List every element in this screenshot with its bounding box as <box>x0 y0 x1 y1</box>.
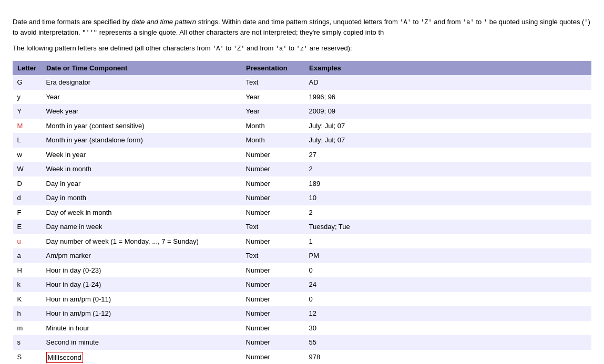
cell-examples: 0 <box>305 292 591 307</box>
cell-examples: July; Jul; 07 <box>305 133 591 148</box>
cell-component: Month in year (context sensitive) <box>42 119 242 133</box>
cell-component: Day in year <box>42 176 242 191</box>
cell-component: Year <box>42 90 242 105</box>
cell-component: Era designator <box>42 75 242 90</box>
cell-component: Millisecond <box>42 350 242 365</box>
cell-letter: K <box>13 292 42 307</box>
table-row: MMonth in year (context sensitive)MonthJ… <box>13 119 591 133</box>
cell-presentation: Number <box>242 306 305 321</box>
table-row: dDay in monthNumber10 <box>13 191 591 205</box>
cell-presentation: Number <box>242 148 305 162</box>
cell-component: Month in year (standalone form) <box>42 133 242 148</box>
highlighted-text: Millisecond <box>46 352 83 363</box>
cell-presentation: Number <box>242 263 305 278</box>
cell-presentation: Number <box>242 162 305 176</box>
cell-examples: 30 <box>305 321 591 336</box>
table-row: sSecond in minuteNumber55 <box>13 335 591 350</box>
patterns-table: Letter Date or Time Component Presentati… <box>13 61 591 364</box>
cell-examples: 189 <box>305 176 591 191</box>
cell-examples: 0 <box>305 263 591 278</box>
cell-examples: PM <box>305 248 591 263</box>
cell-presentation: Number <box>242 350 305 365</box>
cell-examples: 10 <box>305 191 591 205</box>
cell-letter: k <box>13 277 42 292</box>
cell-presentation: Number <box>242 292 305 307</box>
cell-letter: H <box>13 263 42 278</box>
cell-presentation: Text <box>242 220 305 234</box>
cell-examples: 55 <box>305 335 591 350</box>
cell-letter: L <box>13 133 42 148</box>
cell-letter: Y <box>13 104 42 119</box>
table-row: LMonth in year (standalone form)MonthJul… <box>13 133 591 148</box>
table-row: DDay in yearNumber189 <box>13 176 591 191</box>
table-row: wWeek in yearNumber27 <box>13 148 591 162</box>
table-row: GEra designatorTextAD <box>13 75 591 90</box>
cell-component: Hour in day (1-24) <box>42 277 242 292</box>
cell-examples: 12 <box>305 306 591 321</box>
cell-letter: u <box>13 234 42 249</box>
cell-letter: d <box>13 191 42 205</box>
col-header-component: Date or Time Component <box>42 61 242 75</box>
cell-letter: D <box>13 176 42 191</box>
cell-letter: W <box>13 162 42 176</box>
cell-component: Day name in week <box>42 220 242 234</box>
cell-component: Hour in am/pm (1-12) <box>42 306 242 321</box>
cell-component: Minute in hour <box>42 321 242 336</box>
cell-presentation: Text <box>242 248 305 263</box>
cell-letter: h <box>13 306 42 321</box>
table-row: YWeek yearYear2009; 09 <box>13 104 591 119</box>
table-row: WWeek in monthNumber2 <box>13 162 591 176</box>
cell-component: Day in month <box>42 191 242 205</box>
cell-presentation: Year <box>242 104 305 119</box>
cell-letter: M <box>13 119 42 133</box>
table-row: aAm/pm markerTextPM <box>13 248 591 263</box>
cell-component: Week year <box>42 104 242 119</box>
col-header-presentation: Presentation <box>242 61 305 75</box>
cell-presentation: Month <box>242 133 305 148</box>
table-row: EDay name in weekTextTuesday; Tue <box>13 220 591 234</box>
cell-component: Am/pm marker <box>42 248 242 263</box>
cell-presentation: Number <box>242 205 305 220</box>
col-header-examples: Examples <box>305 61 591 75</box>
cell-presentation: Year <box>242 90 305 105</box>
cell-component: Hour in day (0-23) <box>42 263 242 278</box>
cell-component: Hour in am/pm (0-11) <box>42 292 242 307</box>
cell-presentation: Number <box>242 335 305 350</box>
table-row: kHour in day (1-24)Number24 <box>13 277 591 292</box>
cell-examples: 24 <box>305 277 591 292</box>
table-row: uDay number of week (1 = Monday, ..., 7 … <box>13 234 591 249</box>
cell-presentation: Number <box>242 277 305 292</box>
cell-letter: s <box>13 335 42 350</box>
table-row: SMillisecondNumber978 <box>13 350 591 365</box>
cell-letter: y <box>13 90 42 105</box>
cell-component: Second in minute <box>42 335 242 350</box>
cell-component: Day of week in month <box>42 205 242 220</box>
table-row: KHour in am/pm (0-11)Number0 <box>13 292 591 307</box>
cell-examples: 2009; 09 <box>305 104 591 119</box>
cell-letter: w <box>13 148 42 162</box>
cell-examples: AD <box>305 75 591 90</box>
cell-presentation: Number <box>242 176 305 191</box>
cell-examples: 1996; 96 <box>305 90 591 105</box>
cell-presentation: Number <box>242 191 305 205</box>
cell-examples: 978 <box>305 350 591 365</box>
col-header-letter: Letter <box>13 61 42 75</box>
table-row: FDay of week in monthNumber2 <box>13 205 591 220</box>
cell-presentation: Number <box>242 321 305 336</box>
cell-component: Week in month <box>42 162 242 176</box>
cell-component: Week in year <box>42 148 242 162</box>
cell-examples: 2 <box>305 162 591 176</box>
cell-presentation: Number <box>242 234 305 249</box>
cell-letter: m <box>13 321 42 336</box>
cell-letter: G <box>13 75 42 90</box>
cell-letter: F <box>13 205 42 220</box>
intro-paragraph: Date and time formats are specified by d… <box>13 17 591 38</box>
cell-presentation: Month <box>242 119 305 133</box>
cell-letter: E <box>13 220 42 234</box>
cell-letter: a <box>13 248 42 263</box>
table-row: HHour in day (0-23)Number0 <box>13 263 591 278</box>
cell-examples: Tuesday; Tue <box>305 220 591 234</box>
cell-examples: July; Jul; 07 <box>305 119 591 133</box>
table-row: yYearYear1996; 96 <box>13 90 591 105</box>
cell-examples: 2 <box>305 205 591 220</box>
